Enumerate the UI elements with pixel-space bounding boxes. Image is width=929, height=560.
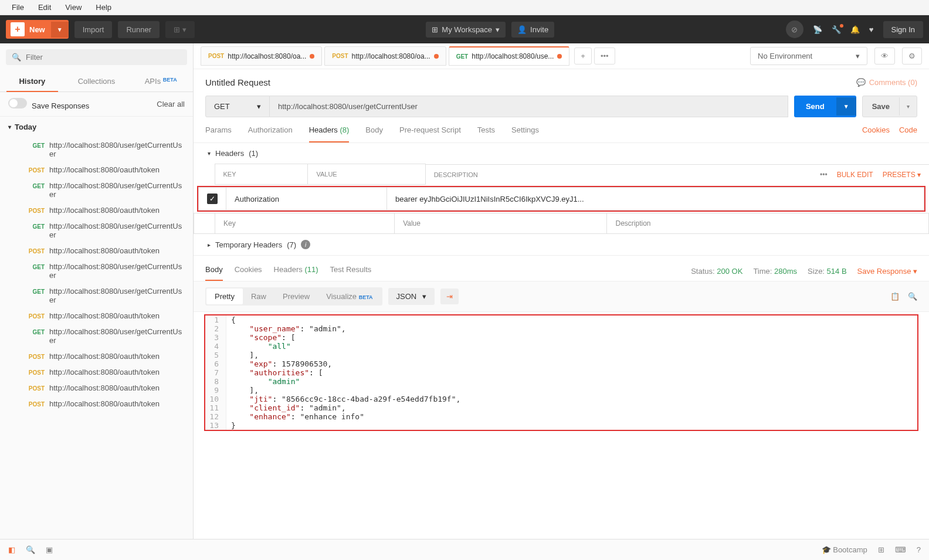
wrap-lines-button[interactable]: ⇥	[440, 289, 459, 304]
request-tab[interactable]: POSThttp://localhost:8080/oa...	[324, 46, 446, 66]
new-tab-button[interactable]: +	[574, 47, 592, 65]
history-item[interactable]: POSThttp://localhost:8080/oauth/token	[0, 364, 193, 380]
view-pretty[interactable]: Pretty	[206, 289, 243, 304]
request-tab[interactable]: GEThttp://localhost:8080/use...	[449, 46, 570, 66]
new-button[interactable]: + New ▼	[6, 20, 69, 39]
invite-button[interactable]: 👤 Invite	[511, 22, 554, 38]
response-tab-cookies[interactable]: Cookies	[235, 262, 262, 281]
tab-authorization[interactable]: Authorization	[248, 125, 293, 142]
filter-input[interactable]	[26, 53, 181, 62]
tab-body[interactable]: Body	[365, 125, 383, 142]
history-item[interactable]: POSThttp://localhost:8080/oauth/token	[0, 243, 193, 259]
response-tab-tests[interactable]: Test Results	[330, 262, 372, 281]
tab-headers[interactable]: Headers (8)	[309, 125, 350, 142]
header-desc-input[interactable]: Description	[607, 213, 929, 234]
filter-box[interactable]: 🔍	[6, 49, 187, 65]
more-actions-button[interactable]: ⊞ ▾	[165, 21, 195, 38]
new-dropdown[interactable]: ▼	[51, 22, 69, 38]
history-item[interactable]: POSThttp://localhost:8080/oauth/token	[0, 380, 193, 396]
history-item[interactable]: POSThttp://localhost:8080/oauth/token	[0, 348, 193, 364]
help-icon[interactable]: ?	[917, 545, 921, 554]
history-item[interactable]: GEThttp://localhost:8080/user/getCurrent…	[0, 218, 193, 243]
header-key-cell[interactable]: Authorization	[226, 188, 387, 211]
panel-left-icon[interactable]: ◧	[8, 545, 15, 554]
save-dropdown[interactable]: ▾	[899, 97, 917, 116]
today-header[interactable]: ▾ Today	[0, 117, 193, 137]
request-name[interactable]: Untitled Request	[205, 77, 270, 87]
header-value-input[interactable]: Value	[395, 213, 607, 234]
menu-bar[interactable]: File Edit View Help	[0, 0, 929, 15]
checkbox-checked-icon[interactable]: ✓	[207, 194, 218, 204]
menu-view[interactable]: View	[58, 3, 89, 12]
save-button[interactable]: Save ▾	[862, 96, 917, 117]
view-raw[interactable]: Raw	[243, 289, 274, 304]
tab-tests[interactable]: Tests	[477, 125, 495, 142]
tab-history[interactable]: History	[0, 71, 65, 91]
header-key-input[interactable]: Key	[215, 213, 395, 234]
comments-link[interactable]: 💬 Comments (0)	[856, 78, 917, 87]
save-responses-toggle[interactable]	[8, 98, 27, 108]
env-settings-button[interactable]: ⚙	[902, 47, 922, 65]
header-value-cell[interactable]: bearer eyJhbGciOiJIUzI1NiIsInR5cCI6IkpXV…	[387, 188, 924, 211]
headers-section-header[interactable]: ▾ Headers (1)	[194, 143, 929, 164]
more-icon[interactable]: •••	[820, 171, 828, 179]
info-icon: i	[301, 240, 310, 249]
keyboard-icon[interactable]: ⌨	[895, 545, 906, 554]
bulk-edit-link[interactable]: Bulk Edit	[837, 171, 873, 179]
tab-apis[interactable]: APIs BETA	[128, 71, 193, 91]
history-item[interactable]: GEThttp://localhost:8080/user/getCurrent…	[0, 137, 193, 162]
header-row[interactable]: ✓ Authorization bearer eyJhbGciOiJIUzI1N…	[199, 188, 924, 211]
history-item[interactable]: POSThttp://localhost:8080/oauth/token	[0, 308, 193, 324]
import-button[interactable]: Import	[74, 21, 113, 38]
environment-selector[interactable]: No Environment ▾	[750, 47, 867, 65]
wrench-icon[interactable]: 🔧	[832, 25, 841, 34]
send-button[interactable]: Send ▼	[794, 96, 856, 117]
code-link[interactable]: Code	[899, 125, 917, 142]
bootcamp-link[interactable]: 🎓 Bootcamp	[822, 545, 867, 554]
history-item[interactable]: POSThttp://localhost:8080/oauth/token	[0, 202, 193, 218]
signin-button[interactable]: Sign In	[883, 21, 923, 38]
history-item[interactable]: POSThttp://localhost:8080/oauth/token	[0, 396, 193, 412]
tab-prerequest[interactable]: Pre-request Script	[399, 125, 461, 142]
send-dropdown[interactable]: ▼	[836, 97, 856, 116]
history-item[interactable]: POSThttp://localhost:8080/oauth/token	[0, 162, 193, 178]
bell-icon[interactable]: 🔔	[850, 25, 860, 34]
menu-edit[interactable]: Edit	[31, 3, 58, 12]
clear-all-link[interactable]: Clear all	[157, 100, 185, 108]
url-input[interactable]: http://localhost:8080/user/getCurrentUse…	[270, 96, 788, 117]
method-selector[interactable]: GET▾	[205, 96, 270, 117]
search-icon[interactable]: 🔍	[908, 292, 917, 301]
view-preview[interactable]: Preview	[274, 289, 318, 304]
response-tab-headers[interactable]: Headers (11)	[274, 262, 318, 281]
request-tab[interactable]: POSThttp://localhost:8080/oa...	[201, 46, 322, 66]
workspace-selector[interactable]: ⊞ My Workspace ▾	[426, 22, 506, 38]
layout-icon[interactable]: ⊞	[878, 545, 884, 554]
console-icon[interactable]: ▣	[46, 545, 53, 554]
sync-off-icon[interactable]: ⊘	[786, 21, 803, 38]
temporary-headers-section[interactable]: ▸ Temporary Headers (7) i	[194, 234, 929, 255]
heart-icon[interactable]: ♥	[869, 25, 874, 34]
history-item[interactable]: GEThttp://localhost:8080/user/getCurrent…	[0, 283, 193, 308]
tab-settings[interactable]: Settings	[511, 125, 539, 142]
copy-icon[interactable]: 📋	[890, 292, 900, 301]
tab-collections[interactable]: Collections	[65, 71, 129, 91]
history-item[interactable]: GEThttp://localhost:8080/user/getCurrent…	[0, 178, 193, 202]
env-preview-button[interactable]: 👁	[874, 47, 895, 65]
satellite-icon[interactable]: 📡	[813, 25, 822, 34]
menu-help[interactable]: Help	[89, 3, 118, 12]
format-selector[interactable]: JSON ▾	[388, 288, 435, 305]
tab-params[interactable]: Params	[205, 125, 232, 142]
response-tab-body[interactable]: Body	[205, 262, 223, 281]
cookies-link[interactable]: Cookies	[862, 125, 890, 142]
header-row-blank[interactable]: Key Value Description	[194, 213, 929, 234]
runner-button[interactable]: Runner	[118, 21, 160, 38]
history-item[interactable]: GEThttp://localhost:8080/user/getCurrent…	[0, 324, 193, 348]
find-icon[interactable]: 🔍	[26, 545, 35, 554]
history-item[interactable]: GEThttp://localhost:8080/user/getCurrent…	[0, 259, 193, 283]
response-body[interactable]: 1{2 "user_name": "admin",3 "scope": [4 "…	[204, 314, 918, 431]
presets-link[interactable]: Presets ▾	[883, 171, 921, 179]
view-visualize[interactable]: Visualize BETA	[318, 289, 381, 304]
menu-file[interactable]: File	[5, 3, 31, 12]
tab-options-button[interactable]: •••	[594, 47, 615, 65]
save-response-button[interactable]: Save Response ▾	[857, 267, 917, 276]
